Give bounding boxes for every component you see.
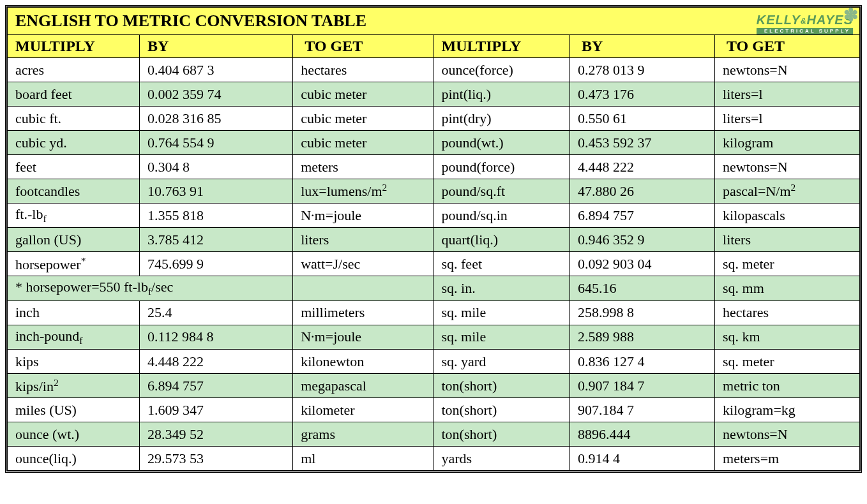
toget-1-cell: cubic meter <box>293 131 433 155</box>
toget-2-cell: liters=l <box>715 82 860 107</box>
toget-1-cell: megapascal <box>293 374 433 398</box>
by-2-cell: 2.589 988 <box>570 325 715 349</box>
star-icon: ✽ <box>843 6 858 24</box>
toget-2-cell: kilopascals <box>715 204 860 228</box>
by-1-cell: 28.349 52 <box>139 422 292 447</box>
toget-1-cell: cubic meter <box>293 107 433 131</box>
by-1-cell: 745.699 9 <box>139 252 292 276</box>
toget-1-cell: hectares <box>293 58 433 82</box>
table-row: kips4.448 222kilonewtonsq. yard0.836 127… <box>8 350 860 374</box>
by-2-cell: 0.946 352 9 <box>570 228 715 252</box>
by-2-cell: 0.907 184 7 <box>570 374 715 398</box>
by-2-cell: 0.278 013 9 <box>570 58 715 82</box>
by-1-cell: 29.573 53 <box>139 447 292 471</box>
table-row: cubic yd.0.764 554 9cubic meterpound(wt.… <box>8 131 860 155</box>
by-2-cell: 0.092 903 04 <box>570 252 715 276</box>
table-row: cubic ft.0.028 316 85cubic meterpint(dry… <box>8 107 860 131</box>
toget-2-cell: kilogram=kg <box>715 398 860 422</box>
by-2-cell: 907.184 7 <box>570 398 715 422</box>
toget-2-cell: kilogram <box>715 131 860 155</box>
toget-2-cell: meters=m <box>715 447 860 471</box>
multiply-1-cell: ounce(liq.) <box>8 447 140 471</box>
multiply-1-cell: inch-poundf <box>8 325 140 349</box>
header-multiply-2: MULTIPLY <box>433 35 570 58</box>
by-1-cell: 3.785 412 <box>139 228 292 252</box>
header-toget-2: TO GET <box>715 35 860 58</box>
by-1-cell: 0.304 8 <box>139 155 292 179</box>
multiply-1-cell: ft.-lbf <box>8 204 140 228</box>
by-2-cell: 4.448 222 <box>570 155 715 179</box>
table-row: inch25.4millimeterssq. mile258.998 8hect… <box>8 300 860 325</box>
multiply-2-cell: sq. mile <box>433 325 570 349</box>
table-row: inch-poundf0.112 984 8N·m=joulesq. mile2… <box>8 325 860 349</box>
toget-1-cell: ml <box>293 447 433 471</box>
table-row: * horsepower=550 ft-lbf/secsq. in.645.16… <box>8 276 860 300</box>
multiply-2-cell: ounce(force) <box>433 58 570 82</box>
table-row: board feet0.002 359 74cubic meterpint(li… <box>8 82 860 107</box>
multiply-1-cell: ounce (wt.) <box>8 422 140 447</box>
multiply-1-cell: footcandles <box>8 179 140 204</box>
by-1-cell: 0.764 554 9 <box>139 131 292 155</box>
toget-1-cell: N·m=joule <box>293 204 433 228</box>
brand-subtitle: ELECTRICAL SUPPLY <box>757 28 853 34</box>
header-row: MULTIPLY BY TO GET MULTIPLY BY TO GET <box>8 35 860 58</box>
empty-cell <box>293 276 433 300</box>
by-2-cell: 0.550 61 <box>570 107 715 131</box>
by-1-cell: 6.894 757 <box>139 374 292 398</box>
table-row: ft.-lbf1.355 818N·m=joulepound/sq.in6.89… <box>8 204 860 228</box>
toget-2-cell: liters=l <box>715 107 860 131</box>
by-2-cell: 0.914 4 <box>570 447 715 471</box>
table-row: acres0.404 687 3hectaresounce(force)0.27… <box>8 58 860 82</box>
by-2-cell: 47.880 26 <box>570 179 715 204</box>
by-2-cell: 0.836 127 4 <box>570 350 715 374</box>
multiply-1-cell: acres <box>8 58 140 82</box>
by-1-cell: 25.4 <box>139 300 292 325</box>
by-1-cell: 4.448 222 <box>139 350 292 374</box>
multiply-1-cell: cubic ft. <box>8 107 140 131</box>
multiply-2-cell: yards <box>433 447 570 471</box>
table-row: ounce(liq.)29.573 53mlyards0.914 4meters… <box>8 447 860 471</box>
multiply-1-cell: feet <box>8 155 140 179</box>
multiply-2-cell: quart(liq.) <box>433 228 570 252</box>
toget-1-cell: grams <box>293 422 433 447</box>
multiply-1-cell: gallon (US) <box>8 228 140 252</box>
toget-2-cell: sq. meter <box>715 350 860 374</box>
table-title-cell: ENGLISH TO METRIC CONVERSION TABLE ✽ KEL… <box>8 8 860 35</box>
multiply-1-cell: miles (US) <box>8 398 140 422</box>
footnote-cell: * horsepower=550 ft-lbf/sec <box>8 276 293 300</box>
multiply-2-cell: pound(wt.) <box>433 131 570 155</box>
multiply-2-cell: sq. mile <box>433 300 570 325</box>
toget-2-cell: pascal=N/m2 <box>715 179 860 204</box>
table-row: horsepower*745.699 9watt=J/secsq. feet0.… <box>8 252 860 276</box>
toget-1-cell: meters <box>293 155 433 179</box>
toget-2-cell: hectares <box>715 300 860 325</box>
brand-amp: & <box>801 17 807 26</box>
toget-1-cell: N·m=joule <box>293 325 433 349</box>
toget-1-cell: lux=lumens/m2 <box>293 179 433 204</box>
by-1-cell: 0.028 316 85 <box>139 107 292 131</box>
multiply-2-cell: pound(force) <box>433 155 570 179</box>
multiply-1-cell: kips/in2 <box>8 374 140 398</box>
by-1-cell: 0.404 687 3 <box>139 58 292 82</box>
toget-2-cell: newtons=N <box>715 155 860 179</box>
multiply-2-cell: ton(short) <box>433 374 570 398</box>
multiply-1-cell: board feet <box>8 82 140 107</box>
toget-2-cell: sq. meter <box>715 252 860 276</box>
by-1-cell: 1.609 347 <box>139 398 292 422</box>
brand-word-1: KELLY <box>757 13 801 27</box>
multiply-2-cell: pint(liq.) <box>433 82 570 107</box>
by-2-cell: 0.473 176 <box>570 82 715 107</box>
table-row: feet0.304 8meterspound(force)4.448 222ne… <box>8 155 860 179</box>
header-toget-1: TO GET <box>293 35 433 58</box>
conversion-table: ENGLISH TO METRIC CONVERSION TABLE ✽ KEL… <box>7 7 860 471</box>
toget-1-cell: kilonewton <box>293 350 433 374</box>
header-multiply-1: MULTIPLY <box>8 35 140 58</box>
by-2-cell: 0.453 592 37 <box>570 131 715 155</box>
multiply-2-cell: sq. feet <box>433 252 570 276</box>
brand-logo: ✽ KELLY&HAYES ELECTRICAL SUPPLY <box>757 10 853 34</box>
toget-2-cell: sq. km <box>715 325 860 349</box>
header-by-1: BY <box>139 35 292 58</box>
by-1-cell: 10.763 91 <box>139 179 292 204</box>
table-row: miles (US)1.609 347kilometerton(short)90… <box>8 398 860 422</box>
brand-main-text: KELLY&HAYES <box>757 13 853 27</box>
